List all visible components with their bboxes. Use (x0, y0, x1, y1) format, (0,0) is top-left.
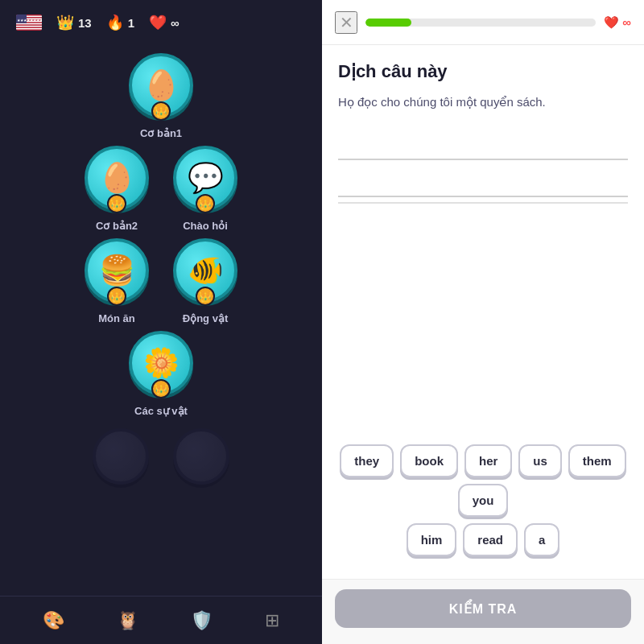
nav-lessons[interactable]: 🦉 (117, 610, 138, 631)
lesson-row-5 (93, 428, 229, 485)
word-row-1: they book her us them you (338, 444, 628, 517)
hearts-stat: ❤️ ∞ (149, 14, 180, 31)
lesson-node-dong-vat[interactable]: 🐠 👑 Động vật (173, 238, 237, 324)
left-panel: ★★★★★★★★★★★★★★★★★★★★★★★★★★★★★★★★★★★★★★★★… (0, 0, 322, 644)
word-chip-they[interactable]: they (340, 444, 394, 477)
lesson-row-2: 🥚 👑 Cơ bản2 💬 👑 Chào hỏi (85, 146, 237, 232)
node-circle-co-ban-2: 🥚 👑 (85, 146, 149, 210)
right-top-bar: ✕ ❤️ ∞ (322, 0, 644, 45)
crown-icon: 👑 (56, 14, 74, 31)
answer-line-1 (338, 128, 628, 160)
nav-grid[interactable]: ⊞ (265, 610, 279, 631)
hearts-count: ∞ (171, 16, 180, 30)
node-label-co-ban-2: Cơ bản2 (96, 220, 138, 232)
svg-rect-5 (16, 26, 42, 27)
node-label-chao-hoi: Chào hỏi (183, 220, 228, 232)
lesson-row-1: 🥚 👑 Cơ bản1 (129, 53, 193, 139)
streak-stat: 👑 13 (56, 14, 92, 31)
word-chip-read[interactable]: read (463, 523, 518, 556)
word-chip-him[interactable]: him (407, 523, 457, 556)
node-label-dong-vat: Động vật (183, 312, 228, 324)
node-circle-mon-an: 🍔 👑 (85, 238, 149, 303)
node-circle-dong-vat: 🐠 👑 (173, 238, 237, 303)
palette-icon: 🎨 (43, 610, 64, 631)
lesson-node-co-ban-2[interactable]: 🥚 👑 Cơ bản2 (85, 146, 149, 232)
fire-stat: 🔥 1 (106, 14, 134, 31)
svg-rect-6 (16, 28, 42, 30)
svg-text:★★★★★★★★★★★★★★★★★★★★★★★★★★★★★★: ★★★★★★★★★★★★★★★★★★★★★★★★★★★★★★★★★★★★★★★★… (17, 18, 42, 23)
word-chip-a[interactable]: a (524, 523, 559, 556)
node-circle-extra-1 (93, 428, 149, 485)
heart-icon-right: ❤️ (604, 15, 619, 30)
lesson-node-extra-1 (93, 428, 149, 485)
lesson-node-mon-an[interactable]: 🍔 👑 Món ăn (85, 238, 149, 324)
node-label-mon-an: Món ăn (98, 312, 135, 324)
close-button[interactable]: ✕ (335, 11, 357, 34)
word-chip-her[interactable]: her (464, 444, 512, 477)
owl-icon: 🦉 (117, 610, 138, 631)
node-circle-cac-su-vat: 🌼 👑 (129, 331, 193, 395)
grid-icon: ⊞ (265, 610, 279, 631)
node-emoji-cac-su-vat: 🌼 (143, 349, 180, 378)
node-circle-chao-hoi: 💬 👑 (173, 146, 237, 210)
crown-mon-an: 👑 (107, 287, 126, 306)
nav-shield[interactable]: 🛡️ (191, 610, 213, 631)
lesson-node-co-ban-1[interactable]: 🥚 👑 Cơ bản1 (129, 53, 193, 139)
node-emoji-dong-vat: 🐠 (188, 256, 224, 285)
lesson-row-4: 🌼 👑 Các sự vật (129, 331, 193, 417)
answer-line-2 (338, 165, 628, 197)
progress-bar-fill (365, 19, 411, 27)
crown-co-ban-1: 👑 (151, 101, 171, 121)
progress-bar (365, 19, 596, 27)
shield-icon: 🛡️ (191, 610, 213, 631)
node-circle-co-ban-1: 🥚 👑 (129, 53, 193, 118)
heart-icon-left: ❤️ (149, 14, 167, 31)
sentence-to-translate: Họ đọc cho chúng tôi một quyển sách. (338, 93, 628, 112)
right-content: Dịch câu này Họ đọc cho chúng tôi một qu… (322, 45, 644, 579)
heart-stat: ❤️ ∞ (604, 15, 631, 30)
fire-icon: 🔥 (106, 14, 124, 31)
lesson-node-extra-2 (173, 428, 229, 485)
right-panel: ✕ ❤️ ∞ Dịch câu này Họ đọc cho chúng tôi… (322, 0, 644, 644)
word-chip-them[interactable]: them (568, 444, 626, 477)
bottom-nav: 🎨 🦉 🛡️ ⊞ (0, 596, 322, 644)
node-emoji-chao-hoi: 💬 (188, 163, 224, 192)
node-label-co-ban-1: Cơ bản1 (140, 127, 182, 139)
word-row-2: him read a (338, 523, 628, 556)
exercise-title: Dịch câu này (338, 61, 628, 82)
lesson-node-cac-su-vat[interactable]: 🌼 👑 Các sự vật (129, 331, 193, 417)
flag-icon[interactable]: ★★★★★★★★★★★★★★★★★★★★★★★★★★★★★★★★★★★★★★★★… (16, 14, 42, 31)
answer-area[interactable] (338, 128, 628, 204)
lesson-row-3: 🍔 👑 Món ăn 🐠 👑 Động vật (85, 238, 237, 324)
top-bar: ★★★★★★★★★★★★★★★★★★★★★★★★★★★★★★★★★★★★★★★★… (0, 0, 322, 45)
node-label-cac-su-vat: Các sự vật (134, 405, 188, 417)
crown-chao-hoi: 👑 (196, 194, 215, 213)
check-button[interactable]: KIỂM TRA (335, 589, 631, 628)
word-chip-you[interactable]: you (458, 484, 509, 517)
word-bank: they book her us them you him read a (338, 210, 628, 572)
hearts-right: ∞ (622, 15, 631, 29)
crown-cac-su-vat: 👑 (151, 379, 171, 398)
streak-count: 13 (78, 16, 92, 30)
node-circle-extra-2 (173, 428, 229, 485)
nav-home[interactable]: 🎨 (43, 610, 64, 631)
word-chip-book[interactable]: book (400, 444, 458, 477)
lessons-scroll: 🥚 👑 Cơ bản1 🥚 👑 Cơ bản2 💬 👑 Chà (0, 45, 322, 596)
svg-rect-4 (16, 23, 42, 25)
crown-dong-vat: 👑 (196, 287, 215, 306)
check-button-area: KIỂM TRA (322, 579, 644, 644)
fire-count: 1 (128, 16, 134, 30)
node-emoji-co-ban-1: 🥚 (143, 71, 180, 100)
word-chip-us[interactable]: us (518, 444, 562, 477)
crown-co-ban-2: 👑 (107, 194, 126, 213)
node-emoji-co-ban-2: 🥚 (99, 163, 135, 192)
node-emoji-mon-an: 🍔 (99, 256, 135, 285)
lesson-node-chao-hoi[interactable]: 💬 👑 Chào hỏi (173, 146, 237, 232)
